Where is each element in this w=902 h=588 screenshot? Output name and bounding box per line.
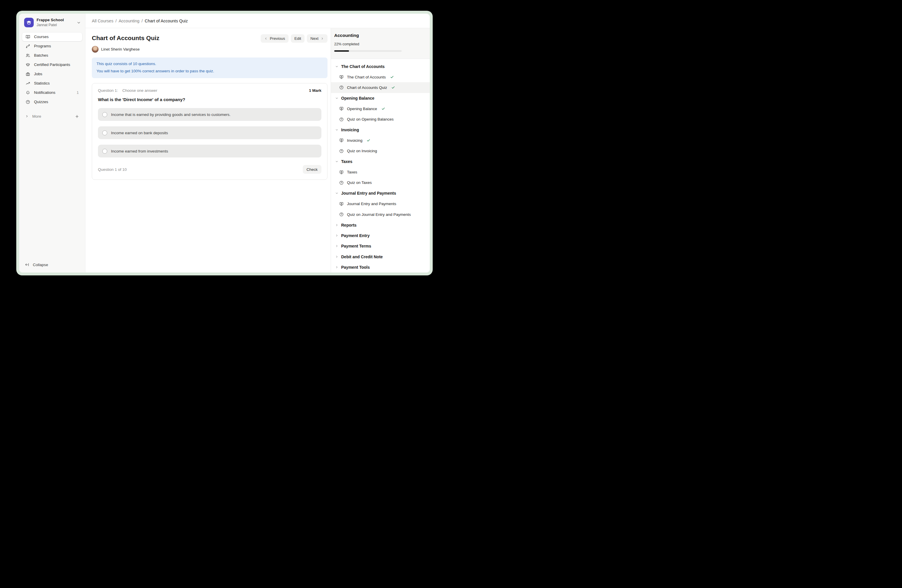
outline-section-label: Taxes	[341, 159, 352, 164]
author-avatar	[92, 46, 99, 53]
outline-section-label: Debit and Credit Note	[341, 255, 383, 259]
sidebar-item-jobs[interactable]: Jobs	[22, 70, 82, 78]
outline-item-label: Opening Balance	[347, 106, 377, 111]
outline-section-label: Payment Terms	[341, 244, 371, 249]
previous-button[interactable]: Previous	[261, 34, 288, 43]
progress-bar-track	[334, 50, 402, 52]
question-number-label: Question 1:	[98, 88, 118, 93]
browser-window-frame: Frappe School Jannat Patel CoursesProgra…	[16, 11, 433, 275]
answer-option-2[interactable]: Income earned on bank deposits	[98, 127, 321, 139]
chevron-right-icon	[25, 114, 29, 118]
edit-button[interactable]: Edit	[291, 34, 305, 43]
outline-section-payment-tools[interactable]: Payment Tools	[331, 262, 430, 272]
radio-button[interactable]	[102, 130, 107, 135]
radio-button[interactable]	[102, 149, 107, 154]
outline-item-taxes[interactable]: Taxes	[331, 167, 430, 177]
outline-item-quiz-on-opening-balances[interactable]: Quiz on Opening Balances	[331, 114, 430, 124]
answer-option-1[interactable]: Income that is earned by providing goods…	[98, 108, 321, 121]
sidebar-item-notifications[interactable]: Notifications1	[22, 88, 82, 97]
outline-section-journal-entry-and-payments[interactable]: Journal Entry and Payments	[331, 188, 430, 199]
monitor-play-icon	[339, 106, 344, 111]
breadcrumb-accounting[interactable]: Accounting	[119, 19, 139, 23]
chevron-right-icon	[335, 234, 338, 237]
breadcrumb-separator: /	[115, 19, 116, 23]
outline-section-payment-entry[interactable]: Payment Entry	[331, 230, 430, 241]
sidebar-item-programs[interactable]: Programs	[22, 42, 82, 50]
check-icon	[390, 75, 394, 79]
progress-fill	[334, 50, 349, 52]
outline-item-quiz-on-taxes[interactable]: Quiz on Taxes	[331, 178, 430, 188]
outline-section-debit-and-credit-note[interactable]: Debit and Credit Note	[331, 252, 430, 262]
check-icon	[366, 138, 371, 142]
outline-section-reports[interactable]: Reports	[331, 220, 430, 230]
outline-section-payment-terms[interactable]: Payment Terms	[331, 241, 430, 251]
workspace-user: Jannat Patel	[37, 23, 64, 28]
help-circle-icon	[25, 100, 30, 104]
outline-section-label: The Chart of Accounts	[341, 64, 385, 69]
sidebar-item-label: Jobs	[34, 72, 42, 76]
edit-label: Edit	[294, 36, 301, 41]
author-name: Linet Sherin Varghese	[101, 47, 140, 52]
outline-section-the-chart-of-accounts[interactable]: The Chart of Accounts	[331, 61, 430, 72]
quiz-notice: This quiz consists of 10 questions. You …	[92, 58, 327, 78]
next-button[interactable]: Next	[307, 34, 327, 43]
radio-button[interactable]	[102, 112, 107, 117]
sidebar-item-label: Courses	[34, 34, 49, 39]
course-outline-sidebar: Accounting 22% completed The Chart of Ac…	[331, 28, 430, 272]
body-row: Chart of Accounts Quiz Previous Edit Nex…	[85, 28, 430, 272]
chevron-left-icon	[264, 37, 268, 41]
outline-section-label: Invoicing	[341, 128, 359, 132]
chevron-down-icon	[335, 191, 338, 195]
outline-item-quiz-on-journal-entry-and-payments[interactable]: Quiz on Journal Entry and Payments	[331, 209, 430, 220]
help-circle-icon	[339, 212, 344, 217]
outline-item-quiz-on-invoicing[interactable]: Quiz on Invoicing	[331, 146, 430, 156]
question-text: What is the 'Direct Income' of a company…	[98, 97, 321, 102]
check-icon	[391, 85, 395, 89]
check-button[interactable]: Check	[303, 165, 321, 174]
outline-section-invoicing[interactable]: Invoicing	[331, 125, 430, 135]
page-title: Chart of Accounts Quiz	[92, 34, 160, 42]
book-open-icon	[25, 34, 30, 39]
outline-item-the-chart-of-accounts[interactable]: The Chart of Accounts	[331, 72, 430, 82]
sidebar-item-more[interactable]: More	[22, 112, 82, 121]
sidebar-item-quizzes[interactable]: Quizzes	[22, 98, 82, 106]
breadcrumb: All Courses / Accounting / Chart of Acco…	[85, 14, 430, 28]
outline-item-label: The Chart of Accounts	[347, 75, 386, 79]
outline-section-taxes[interactable]: Taxes	[331, 156, 430, 167]
sidebar-item-courses[interactable]: Courses	[22, 33, 82, 41]
outline-item-journal-entry-and-payments[interactable]: Journal Entry and Payments	[331, 199, 430, 209]
outline-section-opening-balance[interactable]: Opening Balance	[331, 93, 430, 103]
author-row: Linet Sherin Varghese	[92, 46, 327, 53]
plus-icon[interactable]	[75, 114, 79, 119]
outline-section-label: Payment Tools	[341, 265, 370, 270]
question-card: Question 1: Choose one answer 1 Mark Wha…	[92, 83, 327, 180]
sidebar-item-batches[interactable]: Batches	[22, 51, 82, 60]
workspace-switcher[interactable]: Frappe School Jannat Patel	[19, 14, 85, 31]
answer-option-3[interactable]: Income earned from investments	[98, 145, 321, 158]
more-label: More	[32, 114, 41, 119]
monitor-play-icon	[339, 138, 344, 142]
briefcase-icon	[25, 72, 30, 77]
outline-item-opening-balance[interactable]: Opening Balance	[331, 103, 430, 114]
sidebar-item-certified-participants[interactable]: Certified Participants	[22, 60, 82, 69]
collapse-sidebar-button[interactable]: Collapse	[19, 258, 85, 272]
course-title: Accounting	[334, 32, 424, 39]
bell-icon	[25, 90, 30, 95]
chevron-down-icon	[77, 20, 81, 25]
answer-option-label: Income earned on bank deposits	[111, 131, 168, 135]
chevron-down-icon	[335, 160, 338, 163]
sidebar-item-statistics[interactable]: Statistics	[22, 79, 82, 88]
breadcrumb-all-courses[interactable]: All Courses	[92, 19, 113, 23]
collapse-left-icon	[25, 262, 29, 267]
notice-line: This quiz consists of 10 questions.	[97, 60, 323, 67]
next-label: Next	[310, 36, 318, 41]
outline-item-label: Invoicing	[347, 138, 362, 142]
question-marks: 1 Mark	[309, 88, 321, 93]
outline-item-invoicing[interactable]: Invoicing	[331, 135, 430, 145]
sidebar-item-label: Certified Participants	[34, 63, 70, 67]
outline-item-chart-of-accounts-quiz[interactable]: Chart of Accounts Quiz	[331, 82, 430, 93]
answer-option-label: Income earned from investments	[111, 149, 168, 153]
outline-section-label: Opening Balance	[341, 96, 374, 100]
trending-up-icon	[25, 81, 30, 86]
help-circle-icon	[339, 117, 344, 122]
